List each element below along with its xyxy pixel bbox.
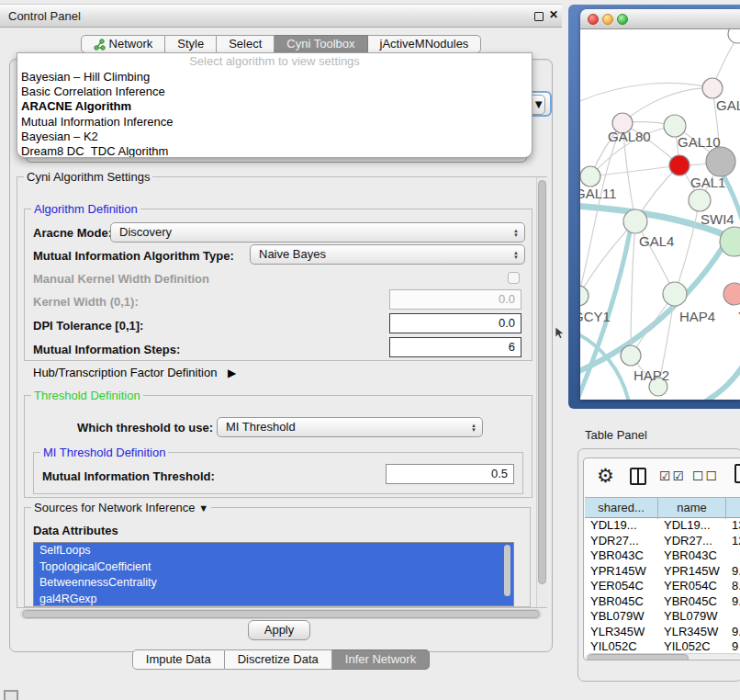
columns-icon[interactable] [630, 468, 646, 485]
data-attributes-list[interactable]: SelfLoopsTopologicalCoefficientBetweenne… [33, 542, 514, 606]
network-edge-thick[interactable] [580, 211, 633, 397]
tab-style[interactable]: Style [165, 35, 217, 53]
hub-definition-expander[interactable]: Hub/Transcription Factor Definition ▶ [33, 366, 236, 379]
algorithm-option-basic-correlation-inference[interactable]: Basic Correlation Inference [17, 85, 532, 99]
table-cell: YBR043C [585, 548, 658, 564]
node-HAP2[interactable] [621, 345, 641, 366]
tab-discretize-data[interactable]: Discretize Data [225, 649, 332, 670]
table-cell: YBL079W [585, 609, 658, 625]
algorithm-option-bayesian-hill-climbing[interactable]: Bayesian – Hill Climbing [17, 70, 532, 85]
attribute-item-gal4rgexp[interactable]: gal4RGexp [34, 592, 513, 607]
table-panel-title: Table Panel [585, 428, 647, 442]
network-edge[interactable] [631, 221, 635, 356]
apply-button[interactable]: Apply [248, 620, 310, 640]
table-row[interactable]: YDR27...YDR27...12 [585, 534, 740, 549]
mi-steps-input[interactable]: 6 [389, 337, 521, 357]
network-edge-thick[interactable] [707, 358, 740, 400]
table-cell: YDL19... [585, 518, 658, 534]
algorithm-option-mutual-information-inference[interactable]: Mutual Information Inference [17, 115, 532, 130]
sources-group-header[interactable]: Sources for Network Inference ▼ [31, 501, 211, 514]
network-edge[interactable] [580, 83, 712, 103]
table-cell: YDR27... [585, 534, 658, 549]
table-row[interactable]: YBR045CYBR045C9. [585, 594, 740, 610]
select-all-checkboxes-icon[interactable]: ☑☑ [659, 469, 686, 483]
close-icon[interactable]: ✕ [549, 8, 558, 21]
cyni-algorithm-settings-title: Cyni Algorithm Settings [24, 170, 152, 184]
tab-cyni-toolbox[interactable]: Cyni Toolbox [275, 35, 367, 53]
node-HAP4[interactable] [663, 282, 687, 306]
mouse-cursor [555, 327, 566, 340]
expander-collapsed-icon: ▶ [228, 367, 236, 379]
column-header-2[interactable] [726, 498, 740, 519]
node-label-gcy1: GCY1 [580, 309, 611, 324]
table-row[interactable]: YPR145WYPR145W9. [585, 564, 740, 580]
docked-panel-icon[interactable] [4, 690, 18, 700]
spinner-arrows-icon: ▲▼ [513, 224, 519, 243]
settings-horizontal-scrollbar[interactable] [20, 609, 542, 619]
tab-jactivemnodules[interactable]: jActiveMNodules [368, 35, 482, 53]
node-label-gal1: GAL1 [690, 175, 725, 190]
sources-title: Sources for Network Inference [34, 501, 196, 514]
table-row[interactable]: YER054CYER054C8. [585, 579, 740, 594]
column-header-name[interactable]: name [658, 498, 726, 519]
tab-label: Select [229, 36, 262, 52]
node-table[interactable]: shared...nameYDL19...YDL19...13YDR27...Y… [585, 497, 740, 655]
table-row[interactable]: YLR345WYLR345W9. [585, 625, 740, 640]
network-edge[interactable] [580, 221, 635, 296]
network-canvas[interactable]: GALGAL80GAL10GAL1GAL11SWI4GAL4GCY1HAP4YH… [580, 29, 740, 400]
node-GAL11[interactable] [580, 166, 600, 186]
mi-threshold-definition-title: MI Threshold Definition [40, 446, 168, 459]
tab-label: jActiveMNodules [380, 36, 469, 52]
tab-select[interactable]: Select [217, 35, 275, 53]
deselect-all-checkboxes-icon[interactable]: ☐☐ [692, 469, 719, 483]
node-unlabeled-top[interactable] [728, 29, 740, 43]
attribute-item-betweennesscentrality[interactable]: BetweennessCentrality [34, 575, 513, 592]
node-gray[interactable] [706, 147, 735, 176]
tab-network[interactable]: Network [81, 35, 166, 53]
tab-infer-network[interactable]: Infer Network [332, 649, 430, 670]
attribute-item-topologicalcoefficient[interactable]: TopologicalCoefficient [34, 559, 513, 576]
algorithm-option-bayesian-k2[interactable]: Bayesian – K2 [17, 130, 532, 144]
mi-steps-label: Mutual Information Steps: [33, 343, 180, 356]
network-edge[interactable] [590, 165, 679, 176]
manual-kernel-width-checkbox[interactable] [508, 272, 520, 284]
network-window-titlebar[interactable] [580, 9, 740, 29]
attribute-item-selfloops[interactable]: SelfLoops [34, 543, 513, 559]
network-icon [94, 39, 106, 51]
float-window-icon[interactable] [534, 12, 544, 21]
tab-impute-data[interactable]: Impute Data [132, 649, 225, 670]
node-SWI4[interactable] [689, 189, 711, 211]
table-horizontal-scrollbar[interactable] [586, 653, 740, 660]
column-header-shared-[interactable]: shared... [585, 498, 658, 519]
table-row[interactable]: YBR043CYBR043C [585, 548, 740, 564]
table-header-row: shared...name [585, 497, 740, 518]
mi-algorithm-type-select[interactable]: Naive Bayes ▲▼ [250, 244, 525, 265]
table-toolbar: ⚙ ☑☑ ☐☐ [584, 458, 740, 497]
table-row[interactable]: YDL19...YDL19...13 [585, 518, 740, 534]
node-GAL[interactable] [702, 78, 723, 98]
node-GCY1[interactable] [580, 286, 589, 306]
which-threshold-select[interactable]: MI Threshold ▲▼ [217, 417, 483, 437]
algorithm-option-dream8-dc-tdc-algorithm[interactable]: Dream8 DC_TDC Algorithm [17, 144, 532, 158]
algorithm-option-aracne-algorithm[interactable]: ARACNE Algorithm [17, 99, 532, 114]
dpi-tolerance-input[interactable]: 0.0 [389, 313, 521, 333]
mi-threshold-input[interactable]: 0.5 [386, 464, 514, 484]
node-Y[interactable] [723, 283, 740, 305]
table-cell: YDL19... [658, 518, 726, 534]
node-label-swi4: SWI4 [701, 211, 734, 227]
node-GAL1[interactable] [669, 155, 690, 175]
document-icon[interactable] [734, 464, 740, 483]
which-threshold-value: MI Threshold [226, 420, 296, 434]
close-traffic-light-icon[interactable] [588, 14, 599, 25]
zoom-traffic-light-icon[interactable] [617, 14, 628, 25]
attributes-list-scrollbar[interactable] [503, 543, 511, 605]
node-GAL4[interactable] [623, 209, 647, 233]
gear-icon[interactable]: ⚙ [597, 465, 614, 487]
kernel-width-input[interactable]: 0.0 [389, 289, 521, 310]
aracne-mode-select[interactable]: Discovery ▲▼ [110, 222, 525, 243]
minimize-traffic-light-icon[interactable] [602, 14, 613, 25]
table-cell: 9. [726, 594, 740, 610]
node-label-hap2: HAP2 [633, 367, 669, 383]
settings-vertical-scrollbar[interactable] [536, 177, 547, 607]
table-row[interactable]: YBL079WYBL079W [585, 609, 740, 625]
